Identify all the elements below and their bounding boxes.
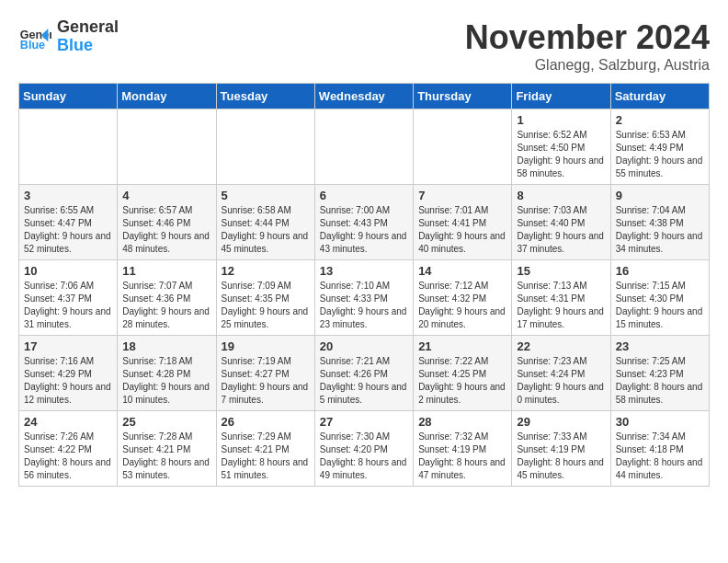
calendar-cell: 10Sunrise: 7:06 AM Sunset: 4:37 PM Dayli… — [19, 260, 118, 336]
logo-line2: Blue — [57, 37, 119, 55]
day-info: Sunrise: 7:25 AM Sunset: 4:23 PM Dayligh… — [616, 355, 704, 407]
day-number: 17 — [24, 339, 112, 353]
day-number: 25 — [122, 415, 210, 429]
day-info: Sunrise: 6:58 AM Sunset: 4:44 PM Dayligh… — [222, 204, 310, 256]
day-number: 3 — [24, 189, 112, 202]
calendar-cell: 9Sunrise: 7:04 AM Sunset: 4:38 PM Daylig… — [610, 185, 709, 260]
calendar-cell: 11Sunrise: 7:07 AM Sunset: 4:36 PM Dayli… — [118, 260, 216, 336]
weekday-header-monday: Monday — [118, 84, 216, 109]
title-area: November 2024 Glanegg, Salzburg, Austria — [465, 18, 710, 74]
day-info: Sunrise: 7:06 AM Sunset: 4:37 PM Dayligh… — [24, 280, 112, 331]
week-row-4: 17Sunrise: 7:16 AM Sunset: 4:29 PM Dayli… — [19, 336, 710, 411]
day-info: Sunrise: 7:33 AM Sunset: 4:19 PM Dayligh… — [517, 431, 605, 482]
day-number: 13 — [320, 264, 408, 278]
calendar-cell: 19Sunrise: 7:19 AM Sunset: 4:27 PM Dayli… — [216, 336, 314, 411]
calendar-cell: 5Sunrise: 6:58 AM Sunset: 4:44 PM Daylig… — [216, 185, 314, 260]
day-number: 18 — [122, 339, 210, 353]
calendar-cell — [118, 109, 216, 185]
weekday-header-wednesday: Wednesday — [314, 84, 413, 109]
day-info: Sunrise: 7:22 AM Sunset: 4:25 PM Dayligh… — [418, 355, 506, 407]
day-number: 4 — [122, 189, 210, 202]
day-number: 27 — [320, 415, 408, 429]
calendar-cell: 24Sunrise: 7:26 AM Sunset: 4:22 PM Dayli… — [19, 411, 118, 487]
day-info: Sunrise: 7:21 AM Sunset: 4:26 PM Dayligh… — [320, 355, 408, 407]
calendar-cell: 22Sunrise: 7:23 AM Sunset: 4:24 PM Dayli… — [512, 336, 610, 411]
svg-text:Blue: Blue — [20, 38, 45, 51]
day-info: Sunrise: 7:29 AM Sunset: 4:21 PM Dayligh… — [222, 431, 310, 482]
calendar-cell: 28Sunrise: 7:32 AM Sunset: 4:19 PM Dayli… — [414, 411, 512, 487]
day-number: 20 — [320, 339, 408, 353]
day-info: Sunrise: 6:52 AM Sunset: 4:50 PM Dayligh… — [517, 129, 605, 180]
calendar-cell: 30Sunrise: 7:34 AM Sunset: 4:18 PM Dayli… — [610, 411, 709, 487]
weekday-header-saturday: Saturday — [610, 84, 709, 109]
day-info: Sunrise: 7:32 AM Sunset: 4:19 PM Dayligh… — [418, 431, 506, 482]
page-header: General Blue General Blue November 2024 … — [18, 18, 710, 74]
day-number: 16 — [616, 264, 704, 278]
week-row-5: 24Sunrise: 7:26 AM Sunset: 4:22 PM Dayli… — [19, 411, 710, 487]
calendar-cell: 15Sunrise: 7:13 AM Sunset: 4:31 PM Dayli… — [512, 260, 610, 336]
calendar-cell: 6Sunrise: 7:00 AM Sunset: 4:43 PM Daylig… — [314, 185, 413, 260]
day-info: Sunrise: 7:28 AM Sunset: 4:21 PM Dayligh… — [122, 431, 210, 482]
calendar: SundayMondayTuesdayWednesdayThursdayFrid… — [18, 83, 710, 487]
calendar-cell: 13Sunrise: 7:10 AM Sunset: 4:33 PM Dayli… — [314, 260, 413, 336]
day-number: 12 — [222, 264, 310, 278]
calendar-cell: 14Sunrise: 7:12 AM Sunset: 4:32 PM Dayli… — [414, 260, 512, 336]
calendar-cell: 18Sunrise: 7:18 AM Sunset: 4:28 PM Dayli… — [118, 336, 216, 411]
day-info: Sunrise: 7:30 AM Sunset: 4:20 PM Dayligh… — [320, 431, 408, 482]
day-number: 24 — [24, 415, 112, 429]
calendar-cell: 4Sunrise: 6:57 AM Sunset: 4:46 PM Daylig… — [118, 185, 216, 260]
month-title: November 2024 — [465, 18, 710, 57]
weekday-header-thursday: Thursday — [414, 84, 512, 109]
weekday-header-row: SundayMondayTuesdayWednesdayThursdayFrid… — [19, 84, 710, 109]
day-info: Sunrise: 7:34 AM Sunset: 4:18 PM Dayligh… — [616, 431, 704, 482]
day-number: 21 — [418, 339, 506, 353]
calendar-cell: 3Sunrise: 6:55 AM Sunset: 4:47 PM Daylig… — [19, 185, 118, 260]
calendar-cell — [19, 109, 118, 185]
week-row-2: 3Sunrise: 6:55 AM Sunset: 4:47 PM Daylig… — [19, 185, 710, 260]
day-info: Sunrise: 7:00 AM Sunset: 4:43 PM Dayligh… — [320, 204, 408, 256]
calendar-cell: 16Sunrise: 7:15 AM Sunset: 4:30 PM Dayli… — [610, 260, 709, 336]
day-number: 9 — [616, 189, 704, 202]
week-row-1: 1Sunrise: 6:52 AM Sunset: 4:50 PM Daylig… — [19, 109, 710, 185]
logo: General Blue General Blue — [18, 18, 119, 55]
day-number: 22 — [517, 339, 605, 353]
calendar-cell: 1Sunrise: 6:52 AM Sunset: 4:50 PM Daylig… — [512, 109, 610, 185]
day-info: Sunrise: 7:01 AM Sunset: 4:41 PM Dayligh… — [418, 204, 506, 256]
day-number: 7 — [418, 189, 506, 202]
calendar-cell: 7Sunrise: 7:01 AM Sunset: 4:41 PM Daylig… — [414, 185, 512, 260]
day-info: Sunrise: 7:23 AM Sunset: 4:24 PM Dayligh… — [517, 355, 605, 407]
day-number: 19 — [222, 339, 310, 353]
day-number: 5 — [222, 189, 310, 202]
calendar-cell: 26Sunrise: 7:29 AM Sunset: 4:21 PM Dayli… — [216, 411, 314, 487]
day-info: Sunrise: 7:04 AM Sunset: 4:38 PM Dayligh… — [616, 204, 704, 256]
day-number: 30 — [616, 415, 704, 429]
weekday-header-sunday: Sunday — [19, 84, 118, 109]
day-info: Sunrise: 7:07 AM Sunset: 4:36 PM Dayligh… — [122, 280, 210, 331]
day-number: 23 — [616, 339, 704, 353]
day-number: 2 — [616, 113, 704, 127]
day-info: Sunrise: 7:18 AM Sunset: 4:28 PM Dayligh… — [122, 355, 210, 407]
calendar-cell: 8Sunrise: 7:03 AM Sunset: 4:40 PM Daylig… — [512, 185, 610, 260]
day-info: Sunrise: 6:53 AM Sunset: 4:49 PM Dayligh… — [616, 129, 704, 180]
day-number: 6 — [320, 189, 408, 202]
logo-text: General Blue — [57, 18, 119, 55]
logo-line1: General — [57, 18, 119, 37]
day-info: Sunrise: 7:16 AM Sunset: 4:29 PM Dayligh… — [24, 355, 112, 407]
day-number: 26 — [222, 415, 310, 429]
day-number: 28 — [418, 415, 506, 429]
day-number: 8 — [517, 189, 605, 202]
week-row-3: 10Sunrise: 7:06 AM Sunset: 4:37 PM Dayli… — [19, 260, 710, 336]
calendar-cell — [216, 109, 314, 185]
location: Glanegg, Salzburg, Austria — [465, 57, 710, 74]
calendar-cell: 17Sunrise: 7:16 AM Sunset: 4:29 PM Dayli… — [19, 336, 118, 411]
calendar-cell: 25Sunrise: 7:28 AM Sunset: 4:21 PM Dayli… — [118, 411, 216, 487]
day-info: Sunrise: 7:12 AM Sunset: 4:32 PM Dayligh… — [418, 280, 506, 331]
weekday-header-tuesday: Tuesday — [216, 84, 314, 109]
calendar-cell: 20Sunrise: 7:21 AM Sunset: 4:26 PM Dayli… — [314, 336, 413, 411]
day-number: 11 — [122, 264, 210, 278]
day-number: 1 — [517, 113, 605, 127]
day-info: Sunrise: 7:09 AM Sunset: 4:35 PM Dayligh… — [222, 280, 310, 331]
logo-icon: General Blue — [18, 20, 51, 53]
calendar-cell: 23Sunrise: 7:25 AM Sunset: 4:23 PM Dayli… — [610, 336, 709, 411]
calendar-cell: 2Sunrise: 6:53 AM Sunset: 4:49 PM Daylig… — [610, 109, 709, 185]
